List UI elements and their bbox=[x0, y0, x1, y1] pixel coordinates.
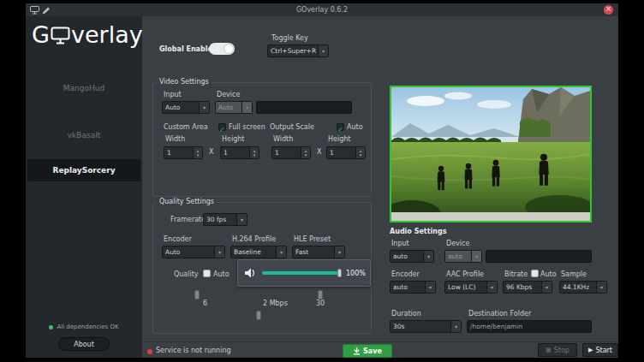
screen: GOverlay 0.6.2 G verlay MangoHud vkBasal… bbox=[0, 0, 644, 362]
h264-profile-dropdown[interactable]: Baseline bbox=[230, 246, 287, 258]
encoder-dropdown[interactable]: Auto bbox=[162, 246, 225, 258]
hle-preset-dropdown[interactable]: Fast bbox=[292, 246, 345, 258]
toggle-knob bbox=[224, 44, 234, 54]
h264-profile-value: Baseline bbox=[231, 248, 276, 256]
stop-button[interactable]: ■ Stop bbox=[538, 343, 577, 357]
aac-profile-label: AAC Profile bbox=[446, 270, 484, 278]
sample-dropdown[interactable]: 44.1KHz bbox=[559, 281, 607, 294]
spinner-arrows-icon[interactable] bbox=[249, 147, 259, 158]
hle-preset-label: HLE Preset bbox=[294, 235, 331, 243]
chevron-down-icon bbox=[276, 246, 286, 258]
audio-device-label: Device bbox=[446, 240, 469, 247]
quality-slider-min-label: 6 bbox=[203, 300, 207, 307]
quality-settings-group: Quality Settings Framerate 30 fps Encode… bbox=[152, 202, 372, 334]
audio-settings-title: Audio Settings bbox=[390, 228, 446, 235]
sidebar-item-vkbasalt[interactable]: vkBasalt bbox=[26, 126, 142, 145]
duration-label: Duration bbox=[391, 310, 421, 317]
fullscreen-checkbox[interactable] bbox=[218, 123, 226, 131]
volume-percent: 100% bbox=[346, 270, 366, 277]
volume-slider-handle[interactable] bbox=[337, 269, 342, 277]
video-settings-group: Video Settings Input Auto Device Auto Cu… bbox=[152, 82, 372, 197]
audio-encoder-value: auto bbox=[391, 283, 425, 291]
chevron-down-icon bbox=[236, 214, 247, 225]
output-scale-auto-checkbox[interactable] bbox=[337, 123, 344, 131]
bitrate-auto-label: Auto bbox=[540, 270, 557, 278]
close-button[interactable] bbox=[604, 5, 613, 15]
sidebar-item-mangohud[interactable]: MangoHud bbox=[26, 79, 142, 98]
fullscreen-label: Full screen bbox=[229, 123, 265, 131]
video-device-field[interactable] bbox=[256, 101, 352, 114]
chevron-down-icon bbox=[486, 282, 497, 293]
start-button-label: Start bbox=[595, 347, 612, 354]
x-separator: X bbox=[209, 148, 213, 156]
video-input-dropdown[interactable]: Auto bbox=[162, 101, 210, 114]
duration-dropdown[interactable]: 30s bbox=[390, 320, 462, 333]
quality-auto-checkbox[interactable] bbox=[203, 270, 211, 277]
service-status-dot bbox=[147, 349, 152, 354]
audio-encoder-label: Encoder bbox=[391, 270, 420, 278]
quality-slider-handle-max[interactable] bbox=[318, 290, 323, 300]
spinner-arrows-icon[interactable] bbox=[193, 147, 202, 158]
chevron-down-icon bbox=[214, 246, 224, 258]
toggle-key-dropdown[interactable]: Ctrl+Super+R bbox=[267, 45, 329, 57]
start-button[interactable]: ▶ Start bbox=[582, 343, 618, 357]
video-input-value: Auto bbox=[163, 104, 199, 111]
custom-area-height-label: Height bbox=[222, 135, 244, 143]
sample-value: 44.1KHz bbox=[560, 283, 596, 291]
chevron-down-icon bbox=[242, 102, 252, 113]
bitrate-auto-checkbox[interactable] bbox=[531, 270, 539, 277]
bitrate-value: 96 Kbps bbox=[504, 283, 541, 291]
status-ok-dot bbox=[49, 325, 53, 329]
custom-area-width-spinner[interactable]: 1 bbox=[164, 146, 203, 159]
aac-profile-dropdown[interactable]: Low (LC) bbox=[444, 281, 498, 294]
bitrate-slider-handle[interactable] bbox=[256, 311, 261, 320]
bitrate-label: Bitrate bbox=[504, 270, 528, 278]
framerate-label: Framerate bbox=[170, 216, 206, 223]
chevron-down-icon bbox=[318, 45, 328, 56]
audio-device-value: auto bbox=[445, 252, 471, 260]
video-input-label: Input bbox=[164, 91, 182, 98]
audio-device-field[interactable] bbox=[486, 250, 592, 263]
custom-area-width-value: 1 bbox=[164, 147, 193, 158]
custom-area-height-spinner[interactable]: 1 bbox=[220, 146, 259, 159]
video-device-value: Auto bbox=[216, 104, 242, 111]
framerate-dropdown[interactable]: 30 fps bbox=[203, 213, 247, 226]
dependencies-status: All dependencies OK bbox=[26, 323, 142, 330]
sample-label: Sample bbox=[561, 270, 587, 278]
play-icon: ▶ bbox=[588, 347, 593, 353]
footer-divider bbox=[142, 341, 618, 342]
bitrate-dropdown[interactable]: 96 Kbps bbox=[503, 281, 552, 294]
save-button[interactable]: Save bbox=[343, 344, 392, 358]
destination-folder-field[interactable]: /home/benjamin bbox=[467, 320, 592, 333]
audio-input-dropdown[interactable]: auto bbox=[390, 250, 434, 263]
audio-encoder-dropdown[interactable]: auto bbox=[390, 281, 436, 294]
quality-settings-title: Quality Settings bbox=[157, 198, 217, 205]
output-scale-height-spinner[interactable]: 1 bbox=[326, 146, 366, 159]
chevron-down-icon bbox=[423, 251, 433, 262]
save-icon bbox=[353, 347, 361, 355]
about-button[interactable]: About bbox=[58, 337, 110, 351]
framerate-value: 30 fps bbox=[204, 216, 236, 223]
replay-preview-image bbox=[390, 86, 592, 223]
logo-monitor-icon bbox=[51, 27, 70, 45]
global-enable-toggle[interactable] bbox=[209, 43, 235, 55]
service-status-text: Service is not running bbox=[156, 347, 231, 354]
output-scale-width-spinner[interactable]: 1 bbox=[271, 146, 311, 159]
output-scale-auto-label: Auto bbox=[347, 123, 363, 131]
stop-icon: ■ bbox=[546, 347, 552, 353]
audio-input-label: Input bbox=[391, 240, 409, 247]
sidebar-item-replaysorcery[interactable]: ReplaySorcery bbox=[27, 159, 140, 181]
spinner-arrows-icon[interactable] bbox=[301, 147, 310, 158]
audio-device-dropdown: auto bbox=[444, 250, 482, 263]
h264-profile-label: H.264 Profile bbox=[232, 235, 276, 243]
bitrate-slider-label: 2 Mbps bbox=[263, 300, 288, 307]
titlebar: GOverlay 0.6.2 bbox=[26, 3, 618, 16]
spinner-arrows-icon[interactable] bbox=[355, 147, 365, 158]
app-logo: G verlay bbox=[32, 21, 143, 48]
game-scene bbox=[391, 87, 590, 221]
logo-text-verlay: verlay bbox=[71, 21, 143, 48]
quality-slider-handle-min[interactable] bbox=[194, 290, 200, 300]
quality-slider-max-label: 30 bbox=[316, 300, 325, 307]
volume-slider[interactable] bbox=[262, 271, 341, 275]
video-device-dropdown: Auto bbox=[215, 101, 253, 114]
